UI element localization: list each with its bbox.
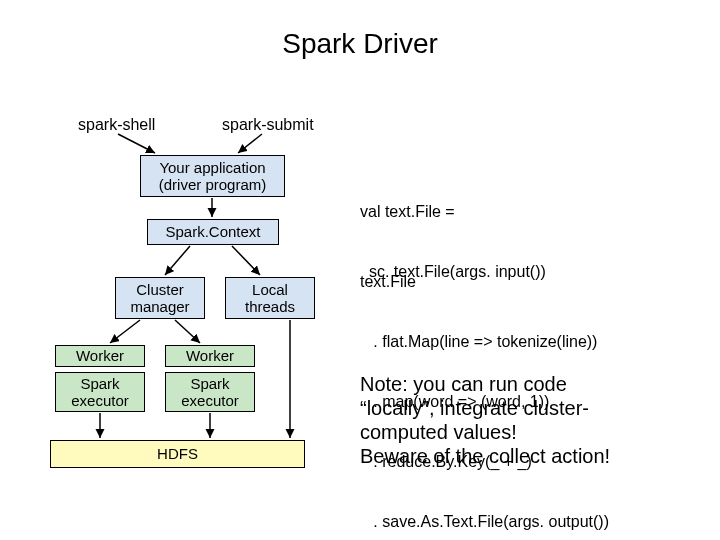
- svg-line-6: [175, 320, 200, 343]
- box-hdfs: HDFS: [50, 440, 305, 468]
- svg-line-4: [232, 246, 260, 275]
- cluster-mgr-line2: manager: [130, 298, 189, 315]
- your-app-line1: Your application: [159, 159, 265, 176]
- box-spark-context: Spark.Context: [147, 219, 279, 245]
- box-spark-executor-1: Spark executor: [55, 372, 145, 412]
- box-worker-1: Worker: [55, 345, 145, 367]
- box-your-application: Your application (driver program): [140, 155, 285, 197]
- note-l2: “locally”, integrate cluster-: [360, 396, 610, 420]
- spark-exec2-line2: executor: [181, 392, 239, 409]
- note-l3: computed values!: [360, 420, 610, 444]
- box-cluster-manager: Cluster manager: [115, 277, 205, 319]
- spark-exec2-line1: Spark: [190, 375, 229, 392]
- worker2-text: Worker: [186, 347, 234, 364]
- svg-line-3: [165, 246, 190, 275]
- local-threads-line2: threads: [245, 298, 295, 315]
- svg-line-0: [118, 134, 155, 153]
- worker1-text: Worker: [76, 347, 124, 364]
- note-l4: Beware of the collect action!: [360, 444, 610, 468]
- label-spark-shell: spark-shell: [78, 116, 155, 134]
- hdfs-text: HDFS: [157, 445, 198, 462]
- cluster-mgr-line1: Cluster: [136, 281, 184, 298]
- local-threads-line1: Local: [252, 281, 288, 298]
- code2-l2: . flat.Map(line => tokenize(line)): [360, 332, 609, 352]
- spark-exec1-line2: executor: [71, 392, 129, 409]
- note-l1: Note: you can run code: [360, 372, 610, 396]
- spark-exec1-line1: Spark: [80, 375, 119, 392]
- spark-context-text: Spark.Context: [165, 223, 260, 240]
- box-local-threads: Local threads: [225, 277, 315, 319]
- box-worker-2: Worker: [165, 345, 255, 367]
- label-spark-submit: spark-submit: [222, 116, 314, 134]
- code2-l1: text.File: [360, 272, 609, 292]
- svg-line-1: [238, 134, 262, 153]
- note-text: Note: you can run code “locally”, integr…: [360, 372, 610, 468]
- code2-l5: . save.As.Text.File(args. output()): [360, 512, 609, 532]
- svg-line-5: [110, 320, 140, 343]
- code1-l1: val text.File =: [360, 202, 546, 222]
- your-app-line2: (driver program): [159, 176, 267, 193]
- box-spark-executor-2: Spark executor: [165, 372, 255, 412]
- page-title: Spark Driver: [0, 28, 720, 60]
